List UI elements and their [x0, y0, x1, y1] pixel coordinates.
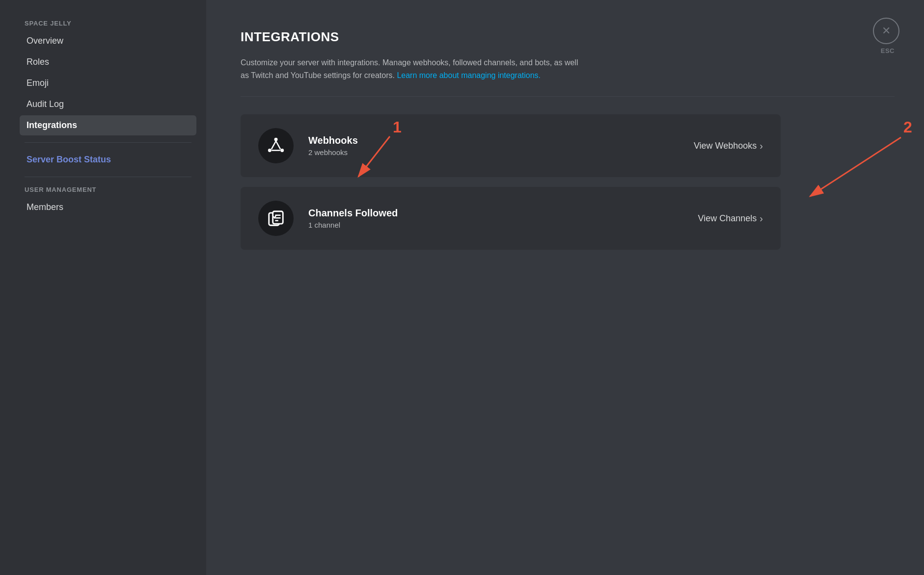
svg-line-4: [276, 141, 280, 150]
svg-line-3: [272, 141, 276, 150]
sidebar-item-integrations[interactable]: Integrations: [20, 115, 196, 135]
esc-label: ESC: [881, 47, 895, 54]
svg-text:2: 2: [903, 118, 912, 136]
sidebar-item-roles[interactable]: Roles: [20, 52, 196, 72]
svg-point-1: [268, 149, 272, 152]
sidebar-section-label-user-management: USER MANAGEMENT: [20, 186, 196, 193]
annotation-arrow-1: 1: [206, 0, 924, 575]
learn-more-link[interactable]: Learn more about managing integrations.: [397, 71, 541, 79]
webhooks-count: 2 webhooks: [308, 148, 694, 157]
svg-line-15: [810, 137, 901, 196]
channels-info: Channels Followed 1 channel: [308, 208, 698, 229]
webhooks-icon-container: [258, 128, 294, 163]
view-webhooks-label: View Webhooks: [694, 141, 757, 151]
sidebar-section-label: SPACE JELLY: [20, 20, 196, 27]
webhooks-info: Webhooks 2 webhooks: [308, 135, 694, 157]
webhooks-name: Webhooks: [308, 135, 694, 146]
sidebar-item-emoji[interactable]: Emoji: [20, 73, 196, 93]
sidebar-item-audit-log[interactable]: Audit Log: [20, 94, 196, 114]
view-webhooks-action[interactable]: View Webhooks ›: [694, 140, 763, 152]
channels-count: 1 channel: [308, 221, 698, 229]
svg-point-2: [280, 149, 284, 152]
svg-point-0: [274, 138, 278, 141]
page-title: INTEGRATIONS: [241, 29, 895, 45]
channels-icon-container: [258, 201, 294, 236]
channels-followed-card[interactable]: Channels Followed 1 channel View Channel…: [241, 187, 781, 250]
sidebar-item-server-boost-status[interactable]: Server Boost Status: [20, 150, 196, 170]
main-content: ✕ ESC INTEGRATIONS Customize your server…: [206, 0, 924, 575]
sidebar-item-members[interactable]: Members: [20, 197, 196, 217]
view-channels-action[interactable]: View Channels ›: [698, 213, 763, 224]
webhooks-card[interactable]: Webhooks 2 webhooks View Webhooks ›: [241, 114, 781, 177]
content-divider: [241, 96, 895, 97]
channels-name: Channels Followed: [308, 208, 698, 219]
channels-followed-icon: [267, 209, 285, 228]
webhooks-icon: [267, 136, 285, 155]
page-description: Customize your server with integrations.…: [241, 56, 584, 81]
close-button[interactable]: ✕: [873, 18, 899, 44]
channels-chevron-icon: ›: [760, 213, 763, 224]
sidebar-item-overview[interactable]: Overview: [20, 31, 196, 51]
sidebar: SPACE JELLY Overview Roles Emoji Audit L…: [0, 0, 206, 575]
sidebar-divider-1: [25, 142, 191, 143]
close-icon: ✕: [882, 25, 891, 37]
view-channels-label: View Channels: [698, 213, 757, 224]
annotation-arrow-2: 2: [206, 0, 924, 575]
sidebar-divider-2: [25, 177, 191, 177]
webhooks-chevron-icon: ›: [760, 140, 763, 152]
